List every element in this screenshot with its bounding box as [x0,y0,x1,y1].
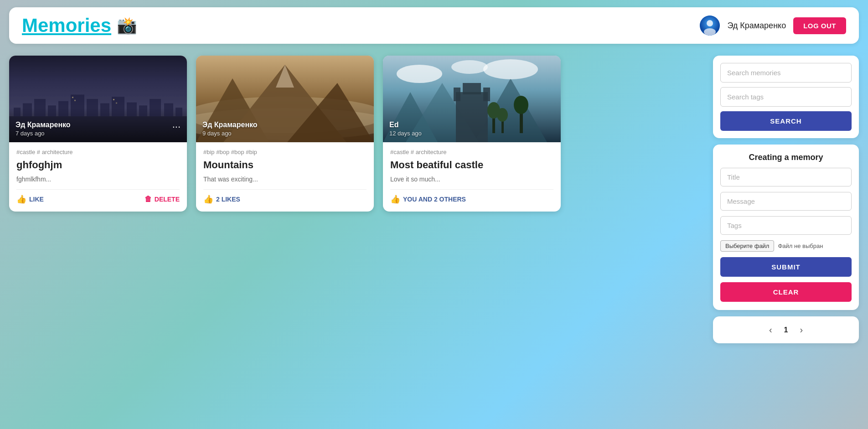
logout-button[interactable]: LOG OUT [793,17,846,34]
svg-rect-11 [100,103,109,117]
search-panel: SEARCH [713,56,859,138]
search-tags-input[interactable] [720,87,852,107]
card-title-3: Most beatiful castle [390,159,553,171]
svg-rect-20 [113,99,114,100]
prev-page-button[interactable]: ‹ [765,323,776,337]
memory-card: Эд Крамаренко 7 days ago ··· #castle # a… [9,56,187,212]
next-page-button[interactable]: › [796,323,806,337]
card-time-1: 7 days ago [16,130,71,137]
svg-rect-4 [14,108,21,116]
main-content: Эд Крамаренко 7 days ago ··· #castle # a… [0,51,868,352]
svg-rect-35 [483,88,490,101]
card-tags-3: #castle # architecture [390,149,553,155]
card-header-row-3: Ed 12 days ago [389,121,554,137]
svg-point-40 [497,108,508,122]
svg-rect-18 [72,97,73,98]
card-description-2: That was exciting... [203,176,367,183]
header-left: Memories 📸 [22,15,137,36]
svg-rect-16 [164,103,173,117]
card-author-2: Эд Крамаренко [202,121,258,129]
card-author-1: Эд Крамаренко [16,121,71,129]
svg-rect-34 [454,88,460,101]
like-button-3[interactable]: 👍 YOU AND 2 OTHERS [390,194,466,204]
svg-point-2 [704,28,716,36]
logo-text[interactable]: Memories [22,15,111,36]
title-input[interactable] [720,168,852,186]
like-label-1: LIKE [29,196,44,203]
header-right: Эд Крамаренко LOG OUT [700,16,846,36]
create-memory-panel: Creating a memory Выберите файл Файл не … [713,145,859,310]
card-header-row-1: Эд Крамаренко 7 days ago ··· [16,121,181,137]
svg-rect-5 [23,103,32,117]
like-label-3: YOU AND 2 OTHERS [403,196,466,203]
file-chooser-button[interactable]: Выберите файл [720,240,774,252]
svg-rect-13 [127,103,137,116]
card-header-row-2: Эд Крамаренко 9 days ago [202,121,367,137]
pagination-panel: ‹ 1 › [713,316,859,343]
like-button-1[interactable]: 👍 LIKE [16,194,44,204]
logo-icon: 📸 [117,16,137,35]
card-body-1: #castle # architecture ghfoghjm fghmlkfh… [9,142,187,212]
card-body-2: #bip #bop #bop #bip Mountains That was e… [196,142,374,212]
message-input[interactable] [720,192,852,211]
svg-rect-14 [139,105,147,116]
like-label-2: 2 LIKES [216,196,240,203]
svg-rect-21 [116,103,117,104]
svg-point-43 [397,65,442,83]
svg-point-44 [483,59,538,79]
thumbs-up-icon-3: 👍 [390,194,400,204]
card-author-block-1: Эд Крамаренко 7 days ago [16,121,71,137]
card-body-3: #castle # architecture Most beatiful cas… [383,142,561,212]
clear-button[interactable]: CLEAR [720,282,852,302]
svg-rect-7 [48,105,56,116]
card-image-3: Ed 12 days ago [383,56,561,142]
app-header: Memories 📸 Эд Крамаренко LOG OUT [9,7,859,44]
file-none-label: Файл не выбран [778,243,823,249]
card-footer-3: 👍 YOU AND 2 OTHERS [390,189,553,204]
card-tags-2: #bip #bop #bop #bip [203,149,367,155]
card-time-2: 9 days ago [202,130,258,137]
card-author-block-3: Ed 12 days ago [389,121,422,137]
avatar [700,16,720,36]
svg-rect-17 [176,108,182,116]
svg-rect-8 [58,101,68,116]
svg-rect-19 [74,100,76,101]
card-author-block-2: Эд Крамаренко 9 days ago [202,121,258,137]
delete-label-1: DELETE [155,196,180,203]
card-image-2: Эд Крамаренко 9 days ago [196,56,374,142]
search-button[interactable]: SEARCH [720,111,852,131]
card-footer-1: 👍 LIKE 🗑 DELETE [16,189,180,204]
card-title-1: ghfoghjm [16,159,180,171]
card-description-3: Love it so much... [390,176,553,183]
memory-card-3: Ed 12 days ago #castle # architecture Mo… [383,56,561,212]
thumbs-up-icon: 👍 [16,194,26,204]
file-row: Выберите файл Файл не выбран [720,240,852,252]
card-footer-2: 👍 2 LIKES [203,189,367,204]
sidebar: SEARCH Creating a memory Выберите файл Ф… [713,56,859,343]
memory-card-2: Эд Крамаренко 9 days ago #bip #bop #bop … [196,56,374,212]
search-memories-input[interactable] [720,63,852,83]
username-label: Эд Крамаренко [727,21,786,31]
svg-rect-6 [34,99,46,116]
card-menu-icon-1[interactable]: ··· [172,121,181,133]
svg-rect-15 [150,99,161,116]
card-title-2: Mountains [203,159,367,171]
svg-rect-36 [463,83,481,94]
submit-button[interactable]: SUBMIT [720,257,852,277]
thumbs-up-icon-2: 👍 [203,194,213,204]
card-author-3: Ed [389,121,422,129]
create-panel-title: Creating a memory [720,153,852,162]
svg-point-42 [514,96,528,114]
trash-icon: 🗑 [145,195,152,203]
svg-point-1 [707,20,713,26]
card-tags-1: #castle # architecture [16,149,180,155]
card-image-1: Эд Крамаренко 7 days ago ··· [9,56,187,142]
like-button-2[interactable]: 👍 2 LIKES [203,194,240,204]
cards-area: Эд Крамаренко 7 days ago ··· #castle # a… [9,56,704,343]
tags-input[interactable] [720,216,852,235]
card-time-3: 12 days ago [389,130,422,137]
current-page: 1 [784,326,788,334]
card-description-1: fghmlkfhm... [16,176,180,183]
delete-button-1[interactable]: 🗑 DELETE [145,195,180,203]
svg-rect-10 [87,99,98,116]
